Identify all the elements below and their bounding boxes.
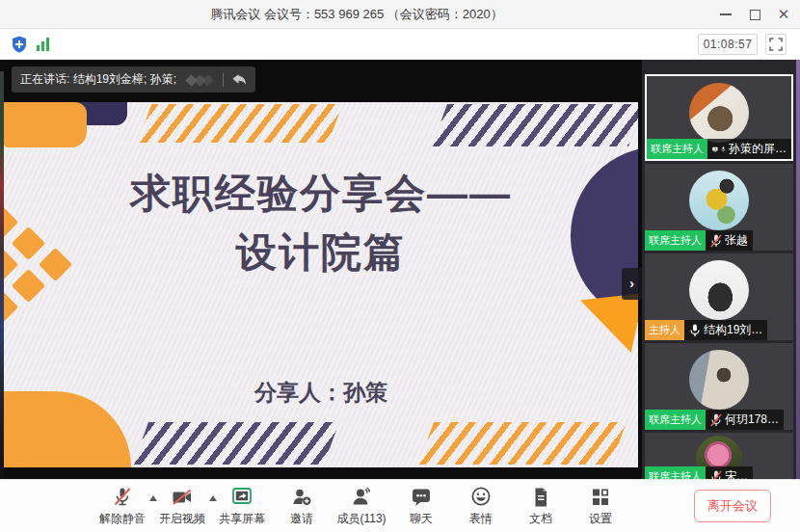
slide-hatch-orange-bottom <box>418 422 627 465</box>
slide-shape-orange-triangle <box>580 293 638 353</box>
toolbar-label: 设置 <box>589 511 612 527</box>
toolbar-label: 聊天 <box>410 511 433 527</box>
toolbar-label: 解除静音 <box>99 511 146 527</box>
document-icon <box>528 486 553 509</box>
avatar <box>689 260 749 320</box>
toolbar-label: 表情 <box>469 511 493 527</box>
role-badge: 主持人 <box>645 320 684 340</box>
participant-name: 张越 <box>725 232 748 249</box>
role-badge: 联席主持人 <box>645 466 706 479</box>
settings-grid-icon <box>588 486 613 509</box>
participant-name: 宋… <box>725 468 748 479</box>
reply-arrow-icon[interactable] <box>230 72 247 87</box>
slide-presenter: 分享人：孙策 <box>4 378 638 408</box>
meeting-timer: 01:08:57 <box>698 34 758 55</box>
close-button[interactable]: ✕ <box>769 0 798 29</box>
participant-tile[interactable]: 主持人 结构19刘… <box>645 253 793 340</box>
toolbar-label: 开启视频 <box>159 511 205 527</box>
chat-icon <box>409 486 434 509</box>
toolbar-label: 文档 <box>529 511 552 527</box>
watermark-logo-icon <box>183 72 216 88</box>
docs-button[interactable]: 文档 <box>511 484 571 527</box>
avatar <box>689 171 749 230</box>
banner-divider <box>223 73 224 87</box>
participants-sidebar: 联席主持人 孙策的屏… 联席主持人 张越 主持人 <box>642 60 796 479</box>
toolbar-label: 邀请 <box>290 511 313 527</box>
participant-tile[interactable]: 联席主持人 宋… <box>645 433 793 479</box>
meeting-health-shield-icon[interactable] <box>10 35 29 58</box>
invite-button[interactable]: 邀请 <box>272 484 332 527</box>
leave-meeting-button[interactable]: 离开会议 <box>694 490 771 522</box>
mic-on-icon <box>689 324 701 337</box>
members-button[interactable]: 成员(113) <box>332 484 391 527</box>
fullscreen-button[interactable] <box>765 34 787 55</box>
participant-tile[interactable]: 联席主持人 何玥178… <box>645 343 793 430</box>
slide-hatch-purple-bottom <box>133 422 339 465</box>
window-controls: ✕ <box>711 0 798 29</box>
participant-name: 结构19刘… <box>704 322 762 338</box>
invite-icon <box>289 486 314 509</box>
camera-off-icon <box>170 486 195 509</box>
participant-name: 孙策的屏… <box>729 141 787 157</box>
toolbar-label: 成员(113) <box>336 511 386 527</box>
emoji-button[interactable]: 表情 <box>451 484 511 527</box>
start-video-button[interactable]: 开启视频 <box>152 484 212 527</box>
speaking-banner-text: 正在讲话: 结构19刘金樟; 孙策; <box>20 71 176 88</box>
minimize-button[interactable] <box>711 0 740 29</box>
role-badge: 联席主持人 <box>647 139 707 159</box>
slide-title-line1: 求职经验分享会—— <box>4 164 638 223</box>
titlebar: 腾讯会议 会议号：553 969 265 （会议密码：2020） ✕ <box>0 0 800 29</box>
role-badge: 联席主持人 <box>645 410 706 430</box>
participant-tile[interactable]: 联席主持人 张越 <box>645 164 793 251</box>
network-signal-icon[interactable] <box>37 38 49 51</box>
role-badge: 联席主持人 <box>645 230 706 251</box>
maximize-button[interactable] <box>740 0 769 29</box>
share-screen-button[interactable]: 共享屏幕 <box>212 484 272 527</box>
chat-button[interactable]: 聊天 <box>391 484 451 527</box>
mic-on-icon <box>721 143 726 156</box>
participant-tile-sharing[interactable]: 联席主持人 孙策的屏… <box>645 74 793 161</box>
window-title: 腾讯会议 会议号：553 969 265 （会议密码：2020） <box>0 0 713 29</box>
presentation-slide: 求职经验分享会—— 设计院篇 分享人：孙策 <box>4 102 638 467</box>
slide-title: 求职经验分享会—— 设计院篇 <box>4 164 638 281</box>
slide-hatch-orange-top <box>138 104 343 143</box>
members-icon <box>349 486 374 509</box>
shared-screen-area: 正在讲话: 结构19刘金樟; 孙策; 求职经验分享会—— 设计院篇 <box>0 60 642 479</box>
slide-hatch-purple-top <box>432 104 638 146</box>
mic-off-icon <box>110 486 135 509</box>
slide-title-line2: 设计院篇 <box>4 223 638 281</box>
screen-share-icon <box>712 144 718 155</box>
meeting-window: 腾讯会议 会议号：553 969 265 （会议密码：2020） ✕ 01:08… <box>0 0 800 532</box>
participant-name: 何玥178… <box>725 412 779 428</box>
slide-shape-orange-rect <box>4 102 87 147</box>
settings-button[interactable]: 设置 <box>571 484 630 527</box>
speaking-banner: 正在讲话: 结构19刘金樟; 孙策; <box>12 66 255 93</box>
avatar <box>689 350 749 410</box>
share-screen-icon <box>229 486 254 509</box>
unmute-button[interactable]: 解除静音 <box>93 484 152 527</box>
toolbar-label: 共享屏幕 <box>219 511 265 527</box>
bottom-toolbar: 解除静音 开启视频 共享屏幕 邀请 成员(113) <box>0 479 800 532</box>
next-slide-chevron[interactable]: › <box>622 268 642 300</box>
emoji-icon <box>468 486 493 509</box>
mic-muted-icon <box>710 470 722 480</box>
mic-muted-icon <box>710 413 722 427</box>
avatar <box>689 83 749 143</box>
slide-diamond <box>4 290 18 324</box>
status-bar: 01:08:57 <box>0 29 800 60</box>
desktop-wallpaper-strip <box>796 60 800 532</box>
mic-muted-icon <box>710 234 722 248</box>
